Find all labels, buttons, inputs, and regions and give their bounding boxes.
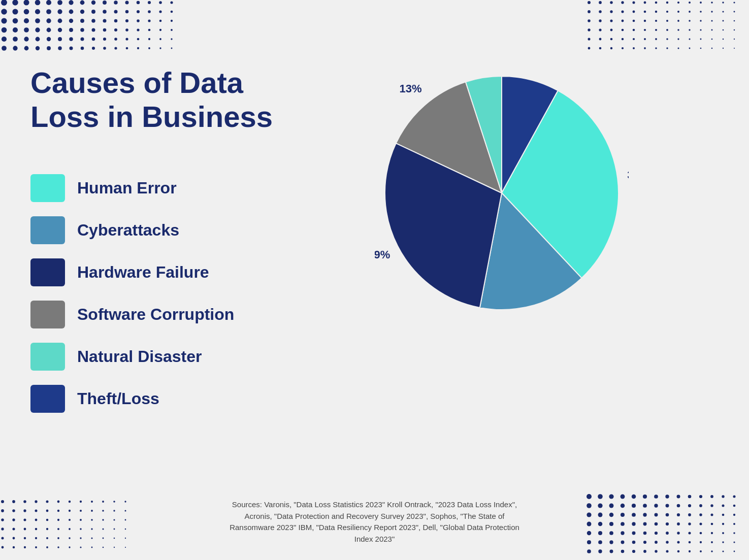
source-citation: Sources: Varonis, "Data Loss Statistics … bbox=[222, 499, 527, 545]
pie-label-2: 15% bbox=[529, 318, 551, 320]
legend-color-software-corruption bbox=[30, 301, 65, 328]
legend-item-theft-loss: Theft/Loss bbox=[30, 385, 284, 413]
legend-color-natural-disaster bbox=[30, 343, 65, 371]
pie-label-4: 13% bbox=[399, 82, 421, 95]
decorative-dots-top-left bbox=[0, 0, 188, 56]
legend-color-human-error bbox=[30, 174, 65, 202]
pie-chart: 8%30%15%29%13%5% bbox=[375, 66, 629, 320]
legend-label-human-error: Human Error bbox=[77, 179, 177, 197]
legend-item-hardware-failure: Hardware Failure bbox=[30, 258, 284, 286]
legend-item-natural-disaster: Natural Disaster bbox=[30, 343, 284, 371]
legend-label-cyberattacks: Cyberattacks bbox=[77, 221, 179, 240]
legend-color-hardware-failure bbox=[30, 258, 65, 286]
legend-color-theft-loss bbox=[30, 385, 65, 413]
legend-label-hardware-failure: Hardware Failure bbox=[77, 263, 209, 282]
pie-label-1: 30% bbox=[627, 169, 629, 181]
legend-item-human-error: Human Error bbox=[30, 174, 284, 202]
legend-label-software-corruption: Software Corruption bbox=[77, 305, 234, 324]
decorative-dots-top-right bbox=[587, 0, 749, 56]
legend-item-software-corruption: Software Corruption bbox=[30, 301, 284, 328]
pie-label-3: 29% bbox=[375, 248, 390, 261]
legend-label-natural-disaster: Natural Disaster bbox=[77, 347, 202, 366]
page-title: Causes of Data Loss in Business bbox=[30, 66, 284, 134]
legend-color-cyberattacks bbox=[30, 216, 65, 244]
legend-item-cyberattacks: Cyberattacks bbox=[30, 216, 284, 244]
legend-label-theft-loss: Theft/Loss bbox=[77, 389, 159, 408]
chart-legend: Human Error Cyberattacks Hardware Failur… bbox=[30, 174, 284, 413]
